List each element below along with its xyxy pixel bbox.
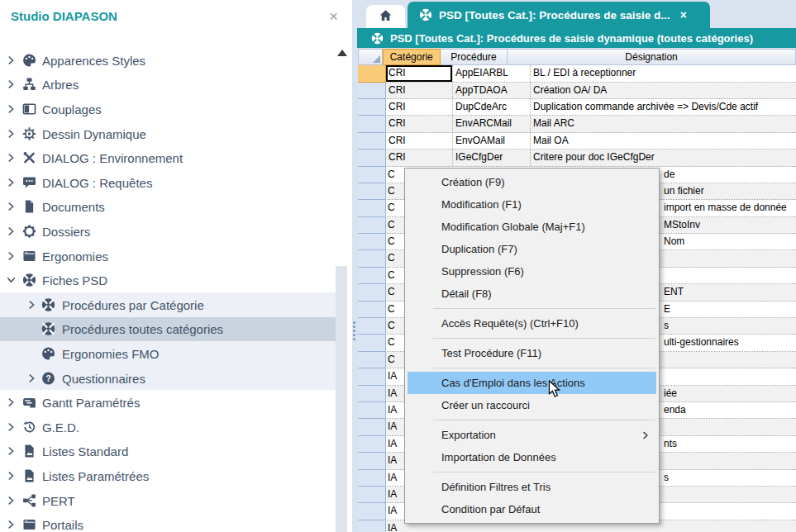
chevron-down-icon[interactable] (7, 276, 16, 285)
cell-designation[interactable]: Mail OA (531, 133, 796, 149)
sidebar-item-listes-standard[interactable]: Listes Standard (0, 439, 347, 464)
cell-procedure[interactable]: EnvOAMail (453, 133, 531, 149)
chevron-right-icon[interactable] (7, 447, 16, 456)
menu-item-modification-f1[interactable]: Modification (F1) (408, 193, 656, 216)
cell-designation[interactable]: Nom (664, 234, 684, 249)
row-selector[interactable] (358, 487, 386, 503)
cell-categorie[interactable]: IA (388, 386, 403, 401)
sidebar-item-fiches-psd[interactable]: Fiches PSD (0, 268, 347, 292)
cell-categorie[interactable]: IA (388, 487, 403, 502)
tab-close-icon[interactable]: × (680, 8, 687, 21)
menu-item-suppression-f6[interactable]: Suppression (F6) (408, 260, 656, 283)
sidebar-item-dialog-environnement[interactable]: DIALOG : Environnement (0, 145, 347, 170)
cell-categorie[interactable]: C (388, 250, 403, 266)
row-selector[interactable] (358, 268, 386, 284)
cell-designation[interactable]: un fichier (664, 183, 704, 199)
chevron-right-icon[interactable] (7, 55, 16, 64)
cell-categorie[interactable]: C (388, 268, 403, 283)
sidebar-item-procedures-toutes-categories[interactable]: Procédures toutes catégories (0, 317, 347, 342)
cell-designation[interactable]: ulti-gestionnaires (664, 335, 739, 350)
select-all-corner[interactable] (358, 49, 383, 66)
chevron-right-icon[interactable] (7, 104, 16, 113)
sidebar-scrollbar-thumb[interactable] (336, 266, 347, 532)
menu-item-creation-f9[interactable]: Création (F9) (408, 171, 656, 193)
row-selector[interactable] (358, 65, 386, 82)
cell-categorie[interactable]: C (388, 183, 403, 199)
table-row[interactable]: CRIEnvARCMailMail ARC (358, 116, 796, 132)
chevron-right-icon[interactable] (27, 373, 36, 382)
cell-procedure[interactable]: EnvARCMail (453, 116, 531, 131)
row-selector[interactable] (358, 402, 386, 419)
cell-categorie[interactable]: CRI (386, 65, 453, 81)
cell-designation[interactable]: s (664, 470, 669, 486)
menu-item-modification-globale-maj-f1[interactable]: Modification Globale (Maj+F1) (408, 216, 656, 238)
column-header-categorie[interactable]: Catégorie (383, 49, 441, 66)
sidebar-item-ergonomies[interactable]: Ergonomies (0, 244, 347, 268)
cell-designation[interactable]: Critere pour doc IGeCfgDer (531, 150, 796, 165)
cell-categorie[interactable]: CRI (386, 133, 453, 149)
table-row[interactable]: CRIAppTDAOACréation OA/ DA (358, 83, 796, 99)
sidebar-item-arbres[interactable]: Arbres (0, 73, 347, 97)
cell-procedure[interactable]: IGeCfgDer (453, 150, 531, 165)
row-selector[interactable] (358, 83, 386, 99)
row-selector[interactable] (358, 419, 386, 435)
row-selector[interactable] (358, 368, 386, 385)
chevron-right-icon[interactable] (7, 154, 16, 163)
column-header-designation[interactable]: Désignation (508, 49, 796, 66)
cell-designation[interactable]: Mail ARC (531, 116, 796, 131)
row-selector[interactable] (358, 99, 386, 116)
menu-item-condition-par-defaut[interactable]: Condition par Défaut (408, 498, 656, 520)
table-row[interactable]: CRIAppEIARBLBL / EDI à receptionner (358, 65, 796, 82)
cell-designation[interactable]: Duplication commande archivée => Devis/C… (531, 99, 796, 115)
row-selector[interactable] (358, 167, 386, 183)
cell-procedure[interactable]: AppTDAOA (453, 83, 531, 98)
sidebar-item-ergonomies-fmo[interactable]: Ergonomies FMO (0, 341, 347, 366)
sidebar-item-pert[interactable]: PERT (0, 488, 347, 513)
chevron-right-icon[interactable] (7, 471, 16, 480)
table-row[interactable]: CRIIGeCfgDerCritere pour doc IGeCfgDer (358, 150, 796, 166)
cell-categorie[interactable]: CRI (386, 83, 453, 98)
row-selector[interactable] (358, 352, 386, 368)
sidebar-item-gantt-parametres[interactable]: Gantt Paramétrés (0, 390, 347, 415)
cell-designation[interactable]: nts (664, 436, 677, 452)
menu-item-creer-un-raccourci[interactable]: Créer un raccourci (408, 394, 656, 416)
cell-categorie[interactable]: C (388, 234, 403, 249)
chevron-right-icon[interactable] (7, 422, 16, 431)
row-selector[interactable] (358, 200, 386, 216)
row-selector[interactable] (358, 470, 386, 487)
cell-designation[interactable]: iée (664, 386, 677, 401)
cell-designation[interactable]: enda (664, 402, 686, 418)
menu-item-exportation[interactable]: Exportation (408, 424, 656, 446)
cell-designation[interactable]: BL / EDI à receptionner (531, 65, 796, 81)
cell-categorie[interactable]: CRI (386, 150, 453, 165)
cell-categorie[interactable]: C (388, 284, 403, 300)
chevron-right-icon[interactable] (7, 251, 16, 260)
chevron-right-icon[interactable] (7, 520, 16, 530)
cell-categorie[interactable]: IA (388, 436, 403, 452)
cell-categorie[interactable]: C (388, 167, 403, 183)
row-selector[interactable] (358, 318, 386, 335)
sidebar-item-listes-parametrees[interactable]: Listes Paramétrées (0, 463, 347, 488)
splitter-handle[interactable] (353, 320, 355, 342)
chevron-right-icon[interactable] (7, 202, 16, 211)
cell-categorie[interactable]: IA (388, 453, 403, 468)
chevron-right-icon[interactable] (7, 80, 16, 89)
sidebar-item-questionnaires[interactable]: ?Questionnaires (0, 366, 347, 391)
sidebar-item-g-e-d[interactable]: G.E.D. (0, 415, 347, 439)
row-selector[interactable] (358, 453, 386, 469)
cell-categorie[interactable]: C (388, 302, 403, 317)
cell-designation[interactable]: MStoInv (664, 217, 700, 233)
cell-categorie[interactable]: C (388, 217, 403, 233)
scroll-up-icon[interactable] (337, 50, 347, 56)
chevron-right-icon[interactable] (7, 226, 16, 235)
row-selector[interactable] (358, 436, 386, 453)
table-row[interactable]: CRIDupCdeArcDuplication commande archivé… (358, 99, 796, 116)
sidebar-item-portails[interactable]: Portails (0, 512, 347, 532)
cell-designation[interactable]: de (664, 167, 674, 183)
row-selector[interactable] (358, 133, 386, 150)
cell-categorie[interactable]: IA (388, 470, 403, 486)
menu-item-test-procedure-f11[interactable]: Test Procédure (F11) (408, 342, 656, 364)
row-selector[interactable] (358, 116, 386, 132)
menu-item-duplication-f7[interactable]: Duplication (F7) (408, 238, 656, 260)
menu-item-acces-requete-s-ctrl-f10[interactable]: Accès Requête(s) (Ctrl+F10) (408, 312, 656, 335)
